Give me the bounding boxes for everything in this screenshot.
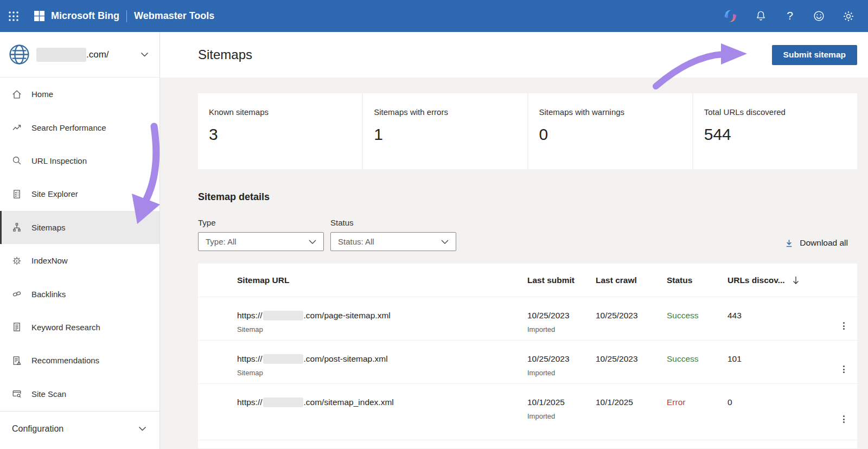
last-submit-cell: 10/1/2025 Imported	[527, 397, 596, 440]
urls-discovered-cell: 101	[727, 354, 833, 383]
status-badge: Error	[667, 397, 727, 440]
sidebar-item-label: Home	[31, 89, 53, 99]
column-header-last-submit[interactable]: Last submit	[527, 275, 596, 285]
filters-row: Type Type: All Status Status: All	[198, 218, 857, 251]
main-content: Sitemaps Submit sitemap Known sitemaps 3…	[160, 32, 868, 449]
last-submit-cell: 10/25/2023 Imported	[527, 311, 596, 340]
feedback-smiley-icon[interactable]	[813, 0, 825, 32]
copilot-icon[interactable]	[723, 0, 738, 32]
stat-card-known-sitemaps: Known sitemaps 3	[198, 93, 362, 169]
stat-card-sitemaps-with-warnings: Sitemaps with warnings 0	[528, 93, 692, 169]
sidebar-item-sitemaps[interactable]: Sitemaps	[0, 211, 159, 244]
microsoft-logo[interactable]	[34, 10, 45, 22]
urls-discovered-cell: 0	[727, 397, 833, 440]
row-actions-kebab-icon[interactable]	[843, 399, 857, 440]
status-filter-value: Status: All	[338, 237, 374, 246]
magnifier-icon	[11, 155, 22, 166]
stat-label: Sitemaps with errors	[374, 107, 516, 117]
bell-icon[interactable]	[755, 0, 767, 32]
sidebar-item-configuration[interactable]: Configuration	[0, 411, 159, 449]
page-header: Sitemaps Submit sitemap	[160, 32, 868, 78]
submit-note: Imported	[527, 325, 596, 333]
chevron-down-icon	[138, 426, 146, 431]
chevron-down-icon	[309, 240, 316, 244]
stats-row: Known sitemaps 3 Sitemaps with errors 1 …	[198, 93, 857, 169]
last-submit-cell: 10/25/2023 Imported	[527, 354, 596, 383]
type-filter-dropdown[interactable]: Type: All	[198, 232, 324, 251]
sitemap-type-label: Sitemap	[237, 325, 527, 333]
browser-scan-icon	[11, 388, 22, 399]
table-row: https://.com/post-sitemap.xml Sitemap 10…	[198, 340, 857, 383]
column-header-sitemap-url[interactable]: Sitemap URL	[237, 275, 527, 285]
chevron-down-icon	[141, 52, 149, 57]
row-actions-kebab-icon[interactable]	[843, 355, 857, 383]
site-selector-dropdown[interactable]: .com/	[0, 32, 159, 78]
status-badge: Success	[667, 354, 727, 383]
redacted-domain	[263, 354, 303, 364]
column-header-urls-discovered[interactable]: URLs discov...	[727, 275, 833, 285]
sidebar-item-label: Site Scan	[31, 389, 66, 399]
sidebar-item-home[interactable]: Home	[0, 78, 159, 111]
sitemap-type-label: Sitemap	[237, 369, 527, 377]
type-filter: Type Type: All	[198, 218, 324, 251]
sidebar-nav: Home Search Performance URL Inspection	[0, 78, 159, 410]
sidebar-item-search-performance[interactable]: Search Performance	[0, 111, 159, 144]
last-crawl-cell: 10/25/2023	[596, 311, 667, 340]
brand-name[interactable]: Microsoft Bing	[51, 10, 119, 22]
sidebar-item-url-inspection[interactable]: URL Inspection	[0, 144, 159, 177]
sitemaps-table: Sitemap URL Last submit Last crawl Statu…	[198, 264, 857, 448]
top-bar: Microsoft Bing Webmaster Tools	[0, 0, 868, 32]
stat-value: 3	[209, 125, 351, 144]
help-icon[interactable]: ?	[784, 0, 796, 32]
site-domain-suffix: .com/	[86, 49, 109, 60]
section-heading: Sitemap details	[198, 191, 857, 203]
doc-warning-icon	[11, 355, 22, 366]
sidebar-item-label: Search Performance	[31, 123, 106, 132]
download-icon	[784, 239, 794, 248]
sidebar-item-label: URL Inspection	[31, 156, 87, 165]
product-name[interactable]: Webmaster Tools	[134, 10, 214, 22]
configuration-label: Configuration	[12, 424, 63, 434]
submit-note: Imported	[527, 412, 596, 420]
sidebar-item-label: Backlinks	[31, 290, 66, 299]
sidebar-item-label: Site Explorer	[31, 189, 78, 198]
status-filter-label: Status	[330, 218, 456, 227]
sidebar-item-recommendations[interactable]: Recommendations	[0, 344, 159, 377]
sidebar-item-label: IndexNow	[31, 256, 68, 265]
last-crawl-cell: 10/1/2025	[596, 397, 667, 440]
status-badge: Success	[667, 311, 727, 340]
last-crawl-cell: 10/25/2023	[596, 354, 667, 383]
chain-links-icon	[11, 288, 22, 299]
sidebar-item-indexnow[interactable]: IndexNow	[0, 244, 159, 277]
sidebar: .com/ Home Search Performance	[0, 32, 160, 449]
sidebar-item-site-scan[interactable]: Site Scan	[0, 377, 159, 410]
stat-value: 544	[704, 125, 846, 144]
chevron-down-icon	[441, 240, 449, 244]
table-header-row: Sitemap URL Last submit Last crawl Statu…	[198, 264, 857, 297]
checklist-doc-icon	[11, 189, 22, 200]
submit-sitemap-button[interactable]: Submit sitemap	[772, 45, 857, 65]
sidebar-item-backlinks[interactable]: Backlinks	[0, 277, 159, 310]
column-header-last-crawl[interactable]: Last crawl	[596, 275, 667, 285]
sort-descending-icon[interactable]	[793, 276, 799, 285]
row-actions-kebab-icon[interactable]	[843, 312, 857, 340]
content-area: Known sitemaps 3 Sitemaps with errors 1 …	[160, 78, 868, 448]
status-filter-dropdown[interactable]: Status: All	[330, 232, 456, 251]
hierarchy-icon	[11, 222, 22, 233]
lines-doc-icon	[11, 322, 22, 332]
sitemap-url-cell: https://.com/post-sitemap.xml Sitemap	[237, 354, 527, 383]
column-header-status[interactable]: Status	[667, 275, 727, 285]
settings-gear-icon[interactable]	[842, 0, 855, 32]
download-all-button[interactable]: Download all	[784, 238, 848, 248]
sidebar-item-site-explorer[interactable]: Site Explorer	[0, 177, 159, 210]
stat-card-total-urls: Total URLs discovered 544	[693, 93, 857, 169]
sidebar-item-keyword-research[interactable]: Keyword Research	[0, 311, 159, 344]
gear-bolt-icon	[11, 255, 22, 266]
download-all-label: Download all	[800, 238, 848, 248]
waffle-icon[interactable]	[0, 0, 27, 32]
redacted-domain	[263, 397, 303, 407]
redacted-domain	[263, 311, 303, 320]
topbar-actions: ?	[723, 0, 868, 32]
urls-discovered-cell: 443	[727, 311, 833, 340]
stat-label: Sitemaps with warnings	[539, 107, 681, 117]
